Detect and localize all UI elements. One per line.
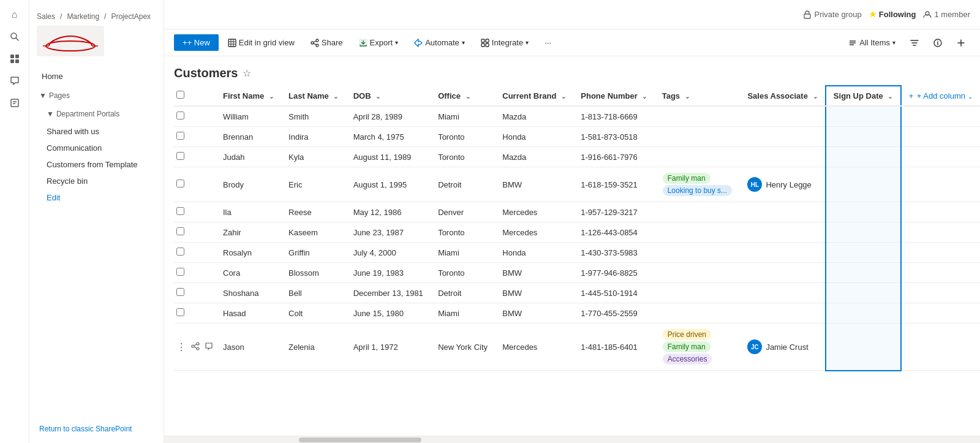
cell-phone-number: 1-126-443-0854 bbox=[573, 222, 654, 243]
row-checkbox[interactable] bbox=[176, 112, 184, 119]
cell-signup-date bbox=[826, 167, 901, 202]
cell-tags: Price drivenFamily manAccessories bbox=[655, 324, 741, 371]
plus-icon: + bbox=[183, 38, 187, 47]
automate-label: Automate bbox=[425, 38, 459, 47]
cell-dob: June 23, 1987 bbox=[346, 222, 431, 243]
more-button[interactable]: ··· bbox=[538, 34, 558, 51]
svg-point-19 bbox=[316, 39, 318, 42]
row-checkbox[interactable] bbox=[176, 132, 184, 140]
sidebar-home[interactable]: Home bbox=[32, 67, 161, 86]
row-checkbox[interactable] bbox=[176, 207, 184, 215]
row-checkbox[interactable] bbox=[176, 268, 184, 276]
sidebar-logo: Sales / Marketing / ProjectApex bbox=[29, 5, 164, 66]
new-button[interactable]: + + New bbox=[174, 34, 219, 51]
cell-signup-date bbox=[826, 324, 901, 371]
info-button[interactable] bbox=[929, 36, 947, 50]
cell-tags bbox=[655, 283, 741, 303]
private-group-label: Private group bbox=[814, 10, 861, 19]
row-action-comment[interactable] bbox=[205, 342, 213, 352]
cell-signup-date bbox=[826, 243, 901, 263]
edit-columns-button[interactable] bbox=[952, 36, 970, 50]
cell-dob: July 4, 2000 bbox=[346, 243, 431, 263]
cell-tags bbox=[655, 303, 741, 324]
home-nav-icon[interactable]: ⌂ bbox=[5, 5, 24, 25]
row-checkbox[interactable] bbox=[176, 288, 184, 296]
row-checkbox[interactable] bbox=[176, 227, 184, 235]
horizontal-scrollbar[interactable] bbox=[164, 436, 980, 443]
integrate-button[interactable]: Integrate ▾ bbox=[474, 34, 535, 51]
cell-associate bbox=[740, 202, 825, 222]
automate-button[interactable]: Automate ▾ bbox=[407, 34, 472, 51]
cell-office: Miami bbox=[431, 106, 495, 127]
col-header-first-name[interactable]: First Name ⌄ bbox=[216, 86, 281, 106]
cell-current-brand: BMW bbox=[495, 263, 573, 283]
cell-add-col bbox=[901, 243, 980, 263]
svg-rect-3 bbox=[15, 55, 19, 58]
col-header-tags[interactable]: Tags ⌄ bbox=[655, 86, 741, 106]
svg-line-38 bbox=[194, 344, 197, 346]
apps-nav-icon[interactable] bbox=[5, 49, 24, 69]
chat-nav-icon[interactable] bbox=[5, 71, 24, 91]
customers-table: First Name ⌄ Last Name ⌄ DOB ⌄ Office ⌄ bbox=[174, 85, 980, 371]
row-action-more[interactable]: ⋮ bbox=[176, 341, 186, 353]
export-chevron: ▾ bbox=[395, 39, 398, 46]
table-row: CoraBlossomJune 19, 1983TorontoBMW1-977-… bbox=[174, 263, 980, 283]
cell-phone-number: 1-581-873-0518 bbox=[573, 127, 654, 147]
cell-current-brand: Honda bbox=[495, 127, 573, 147]
cell-signup-date bbox=[826, 303, 901, 324]
svg-rect-25 bbox=[481, 39, 484, 42]
table-row: WilliamSmithApril 28, 1989MiamiMazda1-81… bbox=[174, 106, 980, 127]
breadcrumb-project: ProjectApex bbox=[111, 12, 151, 21]
row-action-share[interactable] bbox=[191, 342, 200, 352]
row-checkbox[interactable] bbox=[176, 152, 184, 160]
col-header-brand[interactable]: Current Brand ⌄ bbox=[495, 86, 573, 106]
row-checkbox[interactable] bbox=[176, 180, 184, 187]
cell-first-name: Brennan bbox=[216, 127, 281, 147]
share-button[interactable]: Share bbox=[304, 34, 350, 51]
svg-rect-14 bbox=[228, 39, 236, 47]
cell-first-name: Hasad bbox=[216, 303, 281, 324]
sidebar-edit[interactable]: Edit bbox=[29, 189, 164, 206]
sidebar-shared[interactable]: Shared with us bbox=[29, 123, 164, 140]
cell-associate bbox=[740, 283, 825, 303]
edit-grid-button[interactable]: Edit in grid view bbox=[221, 34, 301, 51]
all-items-button[interactable]: All Items ▾ bbox=[843, 36, 900, 50]
export-button[interactable]: Export ▾ bbox=[352, 34, 405, 51]
return-classic-link[interactable]: Return to classic SharePoint bbox=[29, 420, 164, 438]
cell-first-name: Cora bbox=[216, 263, 281, 283]
sidebar-communication[interactable]: Communication bbox=[29, 140, 164, 156]
select-all-checkbox[interactable] bbox=[176, 91, 184, 99]
col-header-associate[interactable]: Sales Associate ⌄ bbox=[740, 86, 825, 106]
row-checkbox[interactable] bbox=[176, 308, 184, 316]
sidebar-pages-toggle[interactable]: ▼ Pages bbox=[29, 86, 164, 105]
cell-signup-date bbox=[826, 202, 901, 222]
notes-nav-icon[interactable] bbox=[5, 93, 24, 113]
sidebar-customers-template[interactable]: Customers from Template bbox=[29, 156, 164, 173]
favorite-star[interactable]: ☆ bbox=[243, 67, 251, 79]
associate-name: Henry Legge bbox=[766, 180, 811, 189]
svg-rect-2 bbox=[10, 55, 14, 58]
col-header-dob[interactable]: DOB ⌄ bbox=[346, 86, 431, 106]
col-header-last-name[interactable]: Last Name ⌄ bbox=[281, 86, 346, 106]
following-label: Following bbox=[879, 10, 916, 19]
cell-current-brand: Honda bbox=[495, 243, 573, 263]
cell-phone-number: 1-618-159-3521 bbox=[573, 167, 654, 202]
more-label: ··· bbox=[545, 38, 551, 47]
sidebar-dept-toggle[interactable]: ▼ Department Portals bbox=[29, 105, 164, 123]
add-column-header[interactable]: + + Add column ⌄ bbox=[901, 86, 980, 106]
row-checkbox[interactable] bbox=[176, 248, 184, 256]
following-button[interactable]: ★ Following bbox=[869, 10, 916, 19]
col-header-signup[interactable]: Sign Up Date ⌄ bbox=[826, 86, 901, 106]
filter-button[interactable] bbox=[905, 36, 924, 50]
sidebar-recycle-bin[interactable]: Recycle bin bbox=[29, 173, 164, 189]
chevron-icon: ▼ bbox=[39, 91, 47, 100]
search-nav-icon[interactable] bbox=[5, 27, 24, 47]
cell-tags bbox=[655, 243, 741, 263]
row-actions: ⋮ bbox=[176, 341, 213, 353]
cell-signup-date bbox=[826, 222, 901, 243]
col-header-office[interactable]: Office ⌄ bbox=[431, 86, 495, 106]
cell-office: Toronto bbox=[431, 263, 495, 283]
col-header-phone[interactable]: Phone Number ⌄ bbox=[573, 86, 654, 106]
checkbox-header[interactable] bbox=[174, 86, 216, 106]
cell-first-name: Jason bbox=[216, 324, 281, 371]
